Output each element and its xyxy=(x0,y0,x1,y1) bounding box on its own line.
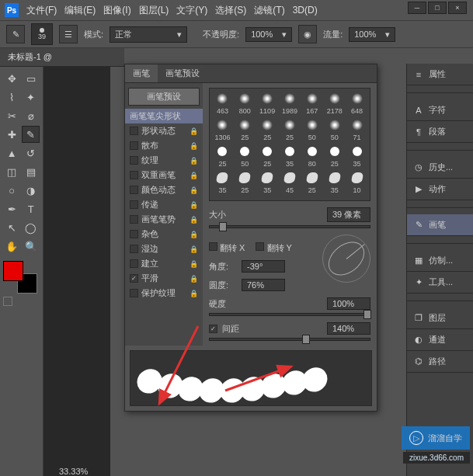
eyedropper-tool[interactable]: ⌀ xyxy=(23,107,40,124)
brush-tip[interactable]: 648 xyxy=(347,92,367,115)
brush-tip[interactable]: 50 xyxy=(302,118,322,141)
brush-tip[interactable]: 35 xyxy=(325,171,344,194)
window-minimize[interactable]: ─ xyxy=(408,2,426,14)
brush-tip[interactable]: 35 xyxy=(213,171,232,194)
brush-tip[interactable]: 35 xyxy=(280,144,300,168)
quickmask-icon[interactable] xyxy=(3,297,12,306)
foreground-color[interactable] xyxy=(3,261,23,281)
brush-tip[interactable]: 25 xyxy=(258,118,277,141)
opt-transfer[interactable]: 传递🔒 xyxy=(125,197,203,212)
brush-presets-button[interactable]: 画笔预设 xyxy=(128,88,200,106)
spacing-value[interactable]: 140% xyxy=(327,322,370,335)
brush-preview[interactable]: 39 xyxy=(31,23,53,45)
brush-tip[interactable]: 25 xyxy=(235,118,255,141)
panel-动作[interactable]: ▶动作 xyxy=(407,179,473,200)
menu-filter[interactable]: 滤镜(T) xyxy=(254,4,284,17)
crop-tool[interactable]: ✂ xyxy=(3,107,21,124)
panel-段落[interactable]: ¶段落 xyxy=(407,121,473,143)
pressure-opacity-icon[interactable]: ◉ xyxy=(298,25,317,43)
brush-tip[interactable]: 80 xyxy=(302,144,322,168)
brush-tip[interactable]: 2178 xyxy=(325,92,344,115)
panel-字符[interactable]: A字符 xyxy=(407,99,473,121)
opt-smoothing[interactable]: 平滑🔒 xyxy=(125,271,203,286)
panel-画笔[interactable]: ✎画笔 xyxy=(407,214,473,236)
brush-tool[interactable]: ✎ xyxy=(22,126,40,143)
type-tool[interactable]: T xyxy=(23,200,40,217)
menu-edit[interactable]: 编辑(E) xyxy=(64,4,96,17)
brush-tip[interactable]: 1989 xyxy=(280,92,300,115)
panel-通道[interactable]: ◐通道 xyxy=(407,329,473,351)
panel-图层[interactable]: ❐图层 xyxy=(407,307,473,329)
brush-tip[interactable]: 25 xyxy=(213,144,232,168)
brush-panel-toggle-icon[interactable]: ☰ xyxy=(59,25,78,43)
size-slider[interactable] xyxy=(209,225,370,228)
tab-brush-presets[interactable]: 画笔预设 xyxy=(158,64,207,82)
opt-protect-texture[interactable]: 保护纹理🔒 xyxy=(125,286,203,301)
panel-历史...[interactable]: ◷历史... xyxy=(407,157,473,179)
brush-tip[interactable]: 50 xyxy=(235,144,255,168)
brush-tip[interactable]: 35 xyxy=(235,197,255,201)
eraser-tool[interactable]: ◫ xyxy=(3,163,21,180)
brush-tip[interactable]: 25 xyxy=(280,118,300,141)
mode-dropdown[interactable]: 正常▾ xyxy=(110,26,187,43)
brush-tip[interactable]: 50 xyxy=(325,118,344,141)
hardness-value[interactable]: 100% xyxy=(327,297,370,310)
brush-tip[interactable]: 1306 xyxy=(213,118,232,141)
opt-noise[interactable]: 杂色🔒 xyxy=(125,227,203,241)
shape-tool[interactable]: ◯ xyxy=(23,219,40,236)
brush-tip[interactable]: 45 xyxy=(280,171,300,194)
brush-tip[interactable]: 463 xyxy=(213,92,232,115)
opacity-dropdown[interactable]: 100%▾ xyxy=(245,27,292,42)
opt-color-dynamics[interactable]: 颜色动态🔒 xyxy=(125,182,203,197)
window-close[interactable]: × xyxy=(448,2,467,14)
size-value[interactable]: 39 像素 xyxy=(327,207,370,222)
history-brush-tool[interactable]: ↺ xyxy=(23,144,40,162)
blur-tool[interactable]: ○ xyxy=(3,182,21,199)
opt-texture[interactable]: 纹理🔒 xyxy=(125,153,203,168)
pen-tool[interactable]: ✒ xyxy=(3,200,21,217)
flip-x[interactable]: 翻转 X xyxy=(209,242,245,254)
color-swatches[interactable] xyxy=(3,261,39,294)
brush-tip[interactable]: 35 xyxy=(347,144,367,168)
hand-tool[interactable]: ✋ xyxy=(3,238,21,255)
opt-shape-dynamics[interactable]: 形状动态🔒 xyxy=(125,123,203,138)
gradient-tool[interactable]: ▤ xyxy=(23,163,40,180)
angle-widget[interactable] xyxy=(322,235,370,283)
opt-dual-brush[interactable]: 双重画笔🔒 xyxy=(125,168,203,182)
menu-type[interactable]: 文字(Y) xyxy=(176,4,207,17)
brush-tip[interactable]: 167 xyxy=(302,92,322,115)
document-tab[interactable]: 未标题-1 @ xyxy=(0,48,124,67)
spacing-checkbox[interactable] xyxy=(209,325,217,333)
panel-属性[interactable]: ≡属性 xyxy=(407,64,473,85)
opt-wet-edges[interactable]: 湿边🔒 xyxy=(125,241,203,256)
brush-tip[interactable]: 1109 xyxy=(258,92,277,115)
spacing-slider[interactable] xyxy=(209,338,370,341)
wand-tool[interactable]: ✦ xyxy=(23,89,40,106)
menu-select[interactable]: 选择(S) xyxy=(215,4,246,17)
brush-tip[interactable]: 25 xyxy=(258,144,277,168)
menu-file[interactable]: 文件(F) xyxy=(26,4,57,17)
path-tool[interactable]: ↖ xyxy=(3,219,21,236)
opt-buildup[interactable]: 建立🔒 xyxy=(125,256,203,271)
brush-tip[interactable]: 71 xyxy=(347,118,367,141)
zoom-tool[interactable]: 🔍 xyxy=(23,238,40,255)
brush-tip-grid[interactable]: 4638001109198916721786481306252525505071… xyxy=(209,88,370,201)
panel-路径[interactable]: ⌬路径 xyxy=(407,351,473,373)
stamp-tool[interactable]: ▲ xyxy=(3,144,21,162)
dodge-tool[interactable]: ◑ xyxy=(23,182,40,199)
opt-pose[interactable]: 画笔笔势🔒 xyxy=(125,212,203,227)
panel-工具...[interactable]: ✦工具... xyxy=(407,272,473,294)
move-tool[interactable]: ✥ xyxy=(3,70,21,87)
flip-y[interactable]: 翻转 Y xyxy=(256,242,291,254)
brush-tip[interactable]: 35 xyxy=(258,171,277,194)
tool-preset-icon[interactable]: ✎ xyxy=(6,25,25,43)
canvas[interactable]: 33.33% xyxy=(43,67,110,476)
brush-tip[interactable]: 25 xyxy=(235,171,255,194)
menu-image[interactable]: 图像(I) xyxy=(103,4,130,17)
brush-tip[interactable]: 25 xyxy=(302,171,322,194)
roundness-value[interactable]: 76% xyxy=(242,279,285,291)
brush-tip[interactable]: 25 xyxy=(213,197,232,201)
opt-scatter[interactable]: 散布🔒 xyxy=(125,138,203,153)
angle-value[interactable]: -39° xyxy=(242,260,285,273)
lasso-tool[interactable]: ⌇ xyxy=(3,89,21,106)
